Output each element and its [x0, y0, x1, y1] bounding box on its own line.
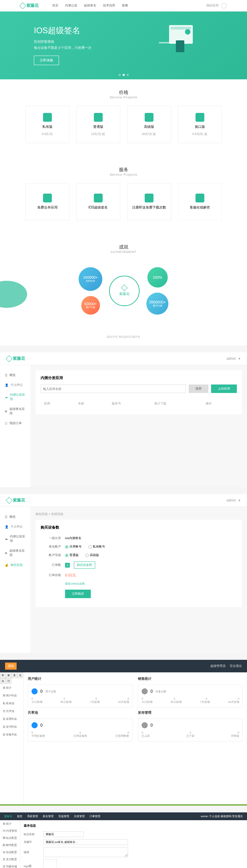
cloud-icon: [145, 113, 153, 122]
publish-card: 0 000 已上架已下架待审核: [138, 718, 243, 742]
tab-charge[interactable]: 充: [17, 672, 23, 678]
tab-dist[interactable]: 分发管理: [74, 814, 85, 818]
svg-rect-1: [171, 27, 191, 29]
sidebar-profile[interactable]: 👤个人中心: [0, 380, 30, 390]
recharge-panel: 购买设备数 一级分类ios内测签名 签名帐户 共享帐号 私有帐号 帐户等级 普通…: [36, 520, 242, 607]
tab-dist[interactable]: 分: [0, 678, 6, 684]
sidebar-supersign[interactable]: ⊕超级签名应用: [0, 546, 30, 560]
tab-home[interactable]: 首页: [17, 814, 22, 818]
sales-stats-title: 销售统计: [138, 676, 243, 681]
tab-charge[interactable]: 充值管理: [58, 814, 69, 818]
logout-link[interactable]: 安全退出: [230, 664, 242, 668]
service-free[interactable]: 注册即送免费下载次数: [127, 183, 171, 220]
sb-stats[interactable]: 首·统计: [0, 684, 23, 692]
service-grid: 免费合并应用 IOS超级签名 注册即送免费下载次数 客服在线解答: [0, 183, 247, 234]
svg-rect-4: [176, 40, 184, 52]
hero-cta-button[interactable]: 立即体验: [34, 56, 59, 65]
sidebar-wallet[interactable]: 💰钱包充值: [0, 560, 30, 570]
logo[interactable]: 紫藤花: [7, 497, 25, 503]
price-section-title: 价格 Service Projects: [0, 79, 247, 106]
sidebar-overview[interactable]: ☰概览: [0, 370, 30, 380]
config-header: 紫藤花 首页 系统管理 签名管理 充值管理 分发管理 订单管理 admin 个人…: [0, 812, 247, 820]
admin-role: 超级管理员: [210, 664, 226, 668]
my-apps-link[interactable]: 我的应用: [206, 3, 219, 8]
breadcrumb: 钱包充值 > 在线充值: [36, 512, 242, 516]
user-info[interactable]: admin 个人信息 修改密码 安全退出: [201, 814, 243, 818]
apps-table: 应用 名称 版本号 累计下载 操作: [41, 398, 237, 409]
nav-distribute[interactable]: 内测公发: [65, 3, 77, 8]
qty-tag[interactable]: 购买设备数: [74, 561, 95, 569]
price-api[interactable]: 接口版0.9元/台 起: [178, 106, 222, 143]
dot-3[interactable]: [127, 74, 129, 76]
sb-storage[interactable]: 存·对象存储: [0, 863, 20, 868]
carousel-dots: [119, 74, 129, 76]
sidebar-orders[interactable]: ☷我的订单: [0, 418, 30, 428]
sidebar-profile[interactable]: 👤个人中心: [0, 522, 30, 532]
radio-shared[interactable]: 共享帐号: [65, 545, 82, 549]
sidebar-distribute[interactable]: ☁内测公发应用: [0, 390, 30, 404]
panel-title: 内测分发应用: [41, 375, 237, 380]
search-button[interactable]: 搜索: [189, 384, 208, 393]
tab-common[interactable]: 常: [0, 672, 6, 678]
sb-pay[interactable]: 支·支付配置: [0, 856, 20, 863]
dropdown-icon[interactable]: ▾: [239, 357, 240, 360]
sidebar-supersign[interactable]: ⊕超级签名应用: [0, 404, 30, 418]
price-private[interactable]: 私有版0.9元/台: [25, 106, 69, 143]
price-premium[interactable]: 高级版20元/台 起: [127, 106, 171, 143]
tab-order[interactable]: 订: [6, 678, 12, 684]
ios-icon: [94, 194, 103, 202]
sb-shared[interactable]: 共·共享池: [0, 707, 23, 715]
cloud-download-icon: [195, 113, 204, 122]
sidebar-overview[interactable]: ☰概览: [0, 512, 30, 522]
tab-sign[interactable]: 签: [6, 672, 12, 678]
dot-2[interactable]: [123, 74, 125, 76]
desc-input[interactable]: [43, 847, 128, 857]
logo[interactable]: 紫藤花: [7, 356, 25, 361]
price-normal[interactable]: 普通版12元/台 起: [76, 106, 120, 143]
dot-1[interactable]: [119, 74, 121, 76]
sb-sms[interactable]: 短·短信配置: [0, 849, 20, 856]
service-section-title: 服务 Service Projects: [0, 157, 247, 183]
logo-upload[interactable]: [43, 859, 57, 868]
admin-header: 源码 超级管理员 安全退出: [0, 660, 247, 672]
sb-users[interactable]: 用·用户列表: [0, 692, 23, 699]
sb-private[interactable]: 私·私有池: [0, 699, 23, 707]
sidebar-distribute[interactable]: ☁内测公发应用: [0, 532, 30, 546]
sb-apps[interactable]: 应·应用列表: [0, 715, 23, 723]
sb-mail[interactable]: 邮·邮件配置: [0, 842, 20, 849]
logo[interactable]: 紫藤花: [20, 3, 39, 8]
sb-agent[interactable]: 代·代理管理: [0, 827, 20, 834]
user-badge[interactable]: admin: [227, 498, 236, 502]
tab-order[interactable]: 订单管理: [89, 814, 100, 818]
sidebar: ☰概览 👤个人中心 ☁内测公发应用 ⊕超级签名应用 ☷我的订单: [0, 365, 30, 487]
sb-devices[interactable]: 设·设备列表: [0, 731, 23, 738]
nav-sign[interactable]: 超级签名: [84, 3, 96, 8]
nav-home[interactable]: 首页: [52, 3, 58, 8]
sb-stats[interactable]: 首·统计: [0, 820, 20, 827]
user-badge[interactable]: admin: [227, 357, 236, 360]
site-name-input[interactable]: [43, 831, 84, 837]
service-sign[interactable]: IOS超级签名: [76, 183, 120, 220]
dropdown-icon[interactable]: ▾: [239, 498, 240, 502]
keywords-input[interactable]: [43, 839, 128, 845]
user-icon[interactable]: [221, 3, 227, 8]
tab-sys[interactable]: 系: [12, 672, 17, 678]
nav-tech[interactable]: 技术优势: [103, 3, 115, 8]
nav-package[interactable]: 套餐: [122, 3, 128, 8]
cloud-icon: [145, 194, 153, 202]
service-support[interactable]: 客服在线解答: [178, 183, 222, 220]
search-input[interactable]: [41, 384, 186, 393]
sb-site[interactable]: 网·站点配置: [0, 834, 20, 842]
upload-button[interactable]: 上传应用: [211, 384, 237, 393]
buy-button[interactable]: 立即购买: [65, 590, 91, 598]
radio-normal[interactable]: 普通版: [65, 553, 79, 557]
sb-certs[interactable]: 证·证书列表: [0, 723, 23, 731]
tab-sign[interactable]: 签名管理: [43, 814, 54, 818]
stat-downloads: 50000+用户下载: [81, 296, 100, 315]
service-merge[interactable]: 免费合并应用: [25, 183, 69, 220]
sales-stats-card: 0设备总数 0000 今日新增昨日新增7天新增30天新增: [138, 685, 243, 708]
radio-private[interactable]: 私有帐号: [88, 545, 105, 549]
tab-sys[interactable]: 系统管理: [27, 814, 38, 818]
radio-premium[interactable]: 高级版: [85, 553, 99, 557]
svg-point-2: [185, 29, 190, 35]
